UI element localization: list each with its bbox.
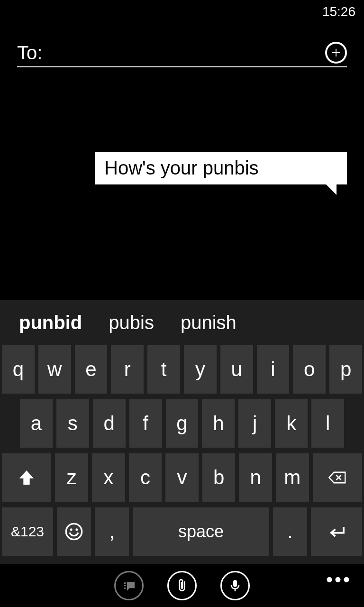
voice-button[interactable]: [220, 571, 250, 600]
suggestion-bar: punbid pubis punish: [0, 300, 364, 345]
to-label: To:: [17, 42, 42, 64]
key-u[interactable]: u: [220, 345, 253, 394]
keyboard-row-3: z x c v b n m: [1, 453, 363, 502]
key-g[interactable]: g: [166, 399, 199, 448]
key-p[interactable]: p: [329, 345, 362, 394]
space-key[interactable]: space: [133, 507, 269, 556]
key-j[interactable]: j: [238, 399, 271, 448]
enter-icon: [327, 522, 346, 541]
symbols-key[interactable]: &123: [2, 507, 53, 556]
svg-rect-3: [233, 580, 237, 587]
key-x[interactable]: x: [92, 453, 125, 502]
key-w[interactable]: w: [38, 345, 71, 394]
app-bar: •••: [0, 564, 364, 607]
keyboard-row-2: a s d f g h j k l: [1, 399, 363, 448]
microphone-icon: [228, 578, 243, 593]
more-button[interactable]: •••: [326, 569, 352, 590]
key-c[interactable]: c: [129, 453, 162, 502]
key-l[interactable]: l: [311, 399, 344, 448]
plus-icon: [331, 47, 341, 58]
key-s[interactable]: s: [56, 399, 89, 448]
key-z[interactable]: z: [55, 453, 88, 502]
key-m[interactable]: m: [276, 453, 309, 502]
key-i[interactable]: i: [257, 345, 290, 394]
key-k[interactable]: k: [275, 399, 308, 448]
suggestion-2[interactable]: pubis: [109, 312, 154, 333]
key-h[interactable]: h: [202, 399, 235, 448]
shift-key[interactable]: [2, 453, 51, 502]
key-y[interactable]: y: [184, 345, 217, 394]
key-b[interactable]: b: [202, 453, 236, 502]
key-v[interactable]: v: [165, 453, 199, 502]
svg-point-2: [75, 528, 78, 531]
smiley-icon: [64, 522, 83, 541]
comma-key[interactable]: ,: [95, 507, 129, 556]
key-q[interactable]: q: [2, 345, 35, 394]
key-a[interactable]: a: [20, 399, 53, 448]
recipient-input[interactable]: [48, 42, 325, 64]
status-bar: 15:26: [0, 0, 364, 24]
clock: 15:26: [322, 4, 355, 19]
period-key[interactable]: .: [273, 507, 307, 556]
svg-point-0: [66, 524, 82, 539]
svg-point-1: [70, 528, 73, 531]
backspace-key[interactable]: [313, 453, 362, 502]
on-screen-keyboard: punbid pubis punish q w e r t y u i o p …: [0, 300, 364, 607]
send-icon: [121, 578, 136, 593]
compose-area: How's your punbis: [95, 152, 347, 184]
key-o[interactable]: o: [293, 345, 326, 394]
key-t[interactable]: t: [147, 345, 180, 394]
send-button[interactable]: [114, 571, 144, 600]
message-text: How's your punbis: [104, 157, 259, 178]
key-e[interactable]: e: [75, 345, 108, 394]
key-f[interactable]: f: [129, 399, 162, 448]
attach-button[interactable]: [167, 571, 197, 600]
paperclip-icon: [174, 578, 190, 593]
key-d[interactable]: d: [93, 399, 126, 448]
recipient-row: To:: [17, 33, 347, 67]
keyboard-row-1: q w e r t y u i o p: [1, 345, 363, 394]
message-input[interactable]: How's your punbis: [95, 152, 347, 184]
suggestion-1[interactable]: punbid: [19, 312, 82, 333]
key-n[interactable]: n: [239, 453, 272, 502]
emoji-key[interactable]: [57, 507, 91, 556]
shift-icon: [17, 468, 36, 487]
suggestion-3[interactable]: punish: [181, 312, 237, 333]
enter-key[interactable]: [311, 507, 362, 556]
backspace-icon: [328, 468, 347, 487]
add-recipient-button[interactable]: [325, 42, 347, 64]
key-r[interactable]: r: [111, 345, 144, 394]
keyboard-row-4: &123 , space .: [1, 507, 363, 556]
